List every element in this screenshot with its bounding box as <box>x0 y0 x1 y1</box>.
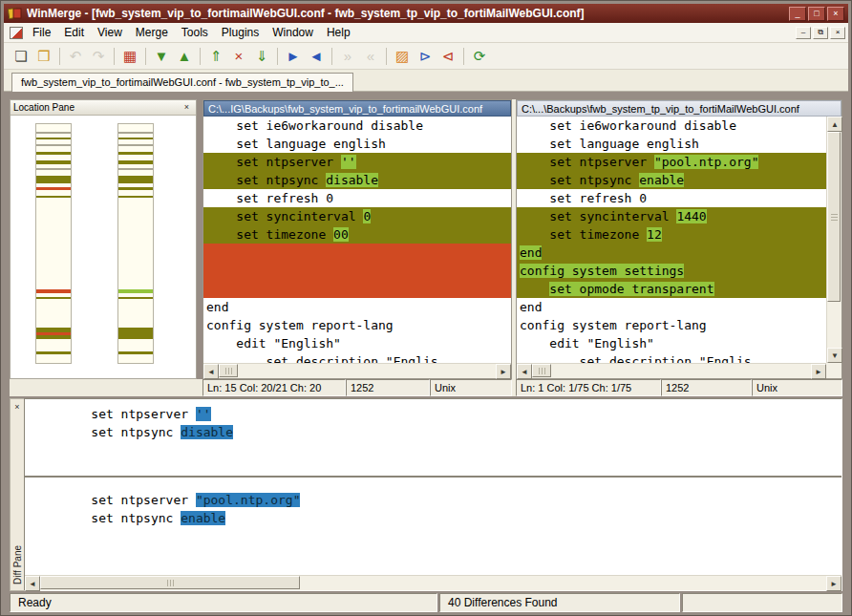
code-line[interactable]: set language english <box>517 135 826 153</box>
code-line[interactable]: set ntpserver '' <box>203 153 511 171</box>
scroll-left-icon[interactable]: ◄ <box>517 364 532 379</box>
code-line[interactable]: edit "English" <box>517 334 826 352</box>
close-icon[interactable]: × <box>827 7 844 21</box>
diff-pane-close-icon[interactable]: × <box>11 401 24 413</box>
open-button[interactable]: ❒ <box>32 45 55 67</box>
location-pane-close-icon[interactable]: × <box>181 102 193 114</box>
file-compare-tab[interactable]: fwb_system_vip_to_fortimailWebGUI.conf -… <box>11 73 353 92</box>
previous-difference-button[interactable]: ▲ <box>173 45 196 67</box>
code-line[interactable]: set ie6workaround disable <box>517 117 826 135</box>
code-line[interactable]: set refresh 0 <box>517 189 826 207</box>
scroll-right-icon[interactable]: ► <box>811 364 826 379</box>
right-file-header[interactable]: C:\...\Backups\fwb_system_tp_vip_to_fort… <box>517 100 841 117</box>
copy-left-button[interactable]: ◄ <box>305 45 328 67</box>
mdi-restore-icon[interactable]: ⧉ <box>813 27 828 39</box>
copy-right-and-advance-button[interactable]: ⊳ <box>414 45 437 67</box>
mdi-document-icon[interactable] <box>10 27 23 39</box>
auto-merge-button[interactable]: ▨ <box>391 45 414 67</box>
menu-edit[interactable]: Edit <box>57 23 91 42</box>
tab-bar: fwb_system_vip_to_fortimailWebGUI.conf -… <box>4 70 848 92</box>
code-line[interactable]: edit "English" <box>203 334 511 352</box>
scrollbar-track[interactable] <box>827 302 841 348</box>
code-line[interactable]: end <box>517 244 826 262</box>
scroll-up-icon[interactable]: ▲ <box>827 117 842 132</box>
code-line[interactable]: set ie6workaround disable <box>203 117 511 135</box>
location-bar-right[interactable] <box>117 123 154 364</box>
vertical-scrollbar[interactable]: ▲ ▼ <box>826 117 841 363</box>
code-line[interactable]: config system report-lang <box>517 316 826 334</box>
menu-file[interactable]: File <box>26 23 57 42</box>
undo-button[interactable]: ↶ <box>64 45 87 67</box>
code-line[interactable]: set opmode transparent <box>517 280 826 298</box>
title-bar[interactable]: WinMerge - [fwb_system_vip_to_fortimailW… <box>4 4 848 23</box>
code-line[interactable]: set language english <box>203 135 511 153</box>
scrollbar-track[interactable] <box>238 364 496 378</box>
scroll-right-icon[interactable]: ► <box>496 364 511 379</box>
code-segment: 00 <box>333 227 349 242</box>
right-code[interactable]: set ie6workaround disable set language e… <box>517 117 826 363</box>
code-line[interactable]: set ntpserver '' <box>25 405 841 423</box>
code-line[interactable]: set ntpserver "pool.ntp.org" <box>25 491 841 509</box>
current-difference-button[interactable]: × <box>227 45 250 67</box>
copy-left-and-advance-button[interactable]: ⊲ <box>437 45 459 67</box>
code-line[interactable]: end <box>517 298 826 316</box>
new-file-button[interactable]: ❏ <box>10 45 32 67</box>
menu-help[interactable]: Help <box>320 23 357 42</box>
code-line[interactable] <box>203 280 511 298</box>
location-bar-left[interactable] <box>35 123 72 364</box>
copy-all-right-button[interactable]: » <box>336 45 359 67</box>
scrollbar-track[interactable] <box>300 576 826 590</box>
scrollbar-thumb[interactable] <box>827 132 841 302</box>
diff-bottom-code[interactable]: set ntpserver "pool.ntp.org" set ntpsync… <box>25 478 841 575</box>
code-line[interactable]: set refresh 0 <box>203 189 511 207</box>
code-line[interactable]: config system settings <box>517 262 826 280</box>
right-horizontal-scrollbar[interactable]: ◄ ► <box>517 363 826 378</box>
scroll-right-icon[interactable]: ► <box>826 576 841 591</box>
first-difference-button[interactable]: ⇑ <box>204 45 227 67</box>
redo-button[interactable]: ↷ <box>87 45 110 67</box>
mdi-close-icon[interactable]: × <box>830 27 845 39</box>
menu-merge[interactable]: Merge <box>129 23 175 42</box>
menu-window[interactable]: Window <box>266 23 320 42</box>
code-line[interactable]: set ntpsync disable <box>203 171 511 189</box>
code-line[interactable]: set syncinterval 1440 <box>517 207 826 225</box>
code-line[interactable] <box>203 262 511 280</box>
code-line[interactable]: set timezone 12 <box>517 225 826 244</box>
menu-plugins[interactable]: Plugins <box>215 23 266 42</box>
menu-view[interactable]: View <box>91 23 129 42</box>
code-line[interactable]: set ntpsync enable <box>25 509 841 527</box>
next-difference-button[interactable]: ▼ <box>150 45 173 67</box>
copy-right-button[interactable]: ► <box>282 45 305 67</box>
code-line[interactable]: set description "Englis <box>203 352 511 363</box>
code-segment: set language english <box>206 137 386 151</box>
left-code[interactable]: set ie6workaround disable set language e… <box>203 117 511 363</box>
scrollbar-thumb[interactable] <box>219 364 238 377</box>
code-line[interactable]: end <box>203 298 511 316</box>
code-line[interactable] <box>203 244 511 262</box>
code-line[interactable]: set ntpsync disable <box>25 423 841 441</box>
maximize-icon[interactable]: □ <box>808 7 825 21</box>
diff-horizontal-scrollbar[interactable]: ◄ ► <box>25 575 841 590</box>
code-line[interactable]: config system report-lang <box>203 316 511 334</box>
last-difference-button[interactable]: ⇓ <box>250 45 273 67</box>
refresh-button[interactable]: ⟳ <box>468 45 491 67</box>
mdi-minimize-icon[interactable]: – <box>796 27 811 39</box>
scroll-left-icon[interactable]: ◄ <box>25 576 40 591</box>
menu-tools[interactable]: Tools <box>175 23 215 42</box>
copy-all-left-button[interactable]: « <box>359 45 382 67</box>
diff-top-code[interactable]: set ntpserver '' set ntpsync disable <box>25 399 841 476</box>
left-horizontal-scrollbar[interactable]: ◄ ► <box>203 363 511 378</box>
code-line[interactable]: set ntpsync enable <box>517 171 826 189</box>
scroll-left-icon[interactable]: ◄ <box>203 364 219 379</box>
code-line[interactable]: set ntpserver "pool.ntp.org" <box>517 153 826 171</box>
scrollbar-track[interactable] <box>551 364 811 378</box>
select-lines-button[interactable]: ▦ <box>118 45 141 67</box>
scrollbar-thumb[interactable] <box>532 364 551 377</box>
code-line[interactable]: set timezone 00 <box>203 225 511 244</box>
minimize-icon[interactable]: _ <box>789 7 806 21</box>
code-line[interactable]: set syncinterval 0 <box>203 207 511 225</box>
left-file-header[interactable]: C:\...IG\Backups\fwb_system_vip_to_forti… <box>203 100 511 117</box>
scrollbar-thumb[interactable] <box>40 576 300 589</box>
scroll-down-icon[interactable]: ▼ <box>827 348 842 363</box>
code-line[interactable]: set description "Englis <box>517 352 826 363</box>
